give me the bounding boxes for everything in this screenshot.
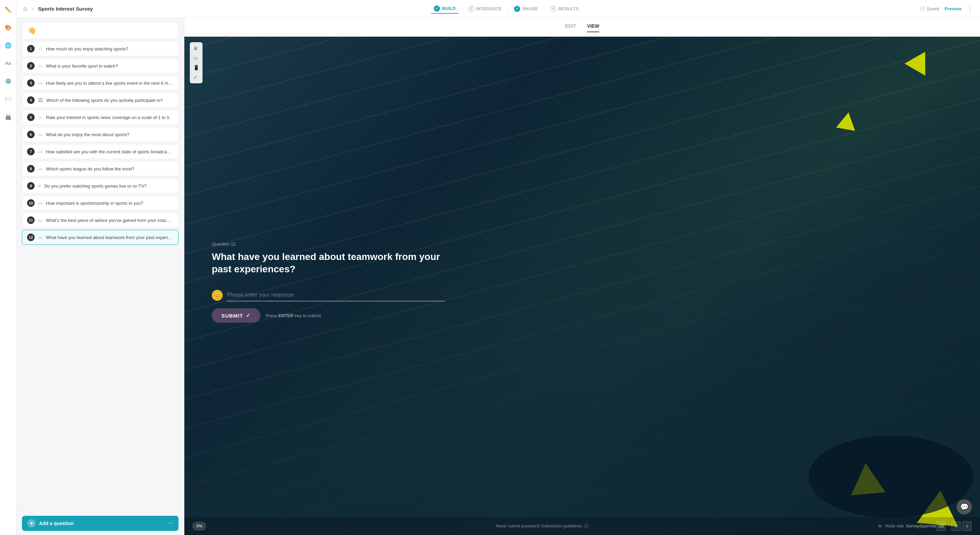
- build-step-icon: ✓: [434, 5, 440, 12]
- welcome-card[interactable]: 👋: [22, 22, 178, 39]
- device-toolbar: 🖥 ▭ 📱 ⤢: [190, 42, 202, 83]
- device-desktop-button[interactable]: 🖥: [192, 45, 200, 52]
- welcome-emoji: 👋: [28, 26, 36, 35]
- survey-title: Sports Interest Survey: [38, 6, 93, 12]
- submit-button[interactable]: SUBMIT ✓: [212, 308, 261, 323]
- sidebar-icon-settings[interactable]: ⚙️: [3, 75, 14, 86]
- content-area: 👋 1 ☆ How much do you enjoy watching spo…: [16, 18, 980, 535]
- enter-key: ENTER: [278, 313, 293, 318]
- device-mobile-button[interactable]: 📱: [192, 64, 200, 71]
- q-text-1: How much do you enjoy watching sports?: [46, 46, 173, 51]
- survey-bottom-bar: 0% Never submit password! Submission gui…: [185, 517, 980, 535]
- question-item-11[interactable]: 11 ▭ What's the best piece of advice you…: [22, 212, 178, 228]
- nav-actions: 📄 Saved Preview ⋮: [920, 5, 973, 13]
- question-item-3[interactable]: 3 ▭ How likely are you to attend a live …: [22, 75, 178, 91]
- q-type-icon-3: ▭: [38, 80, 43, 86]
- q-text-12: What have you learned about teamwork fro…: [46, 235, 173, 240]
- q-type-icon-2: ▭: [38, 63, 43, 69]
- device-tablet-button[interactable]: ▭: [192, 54, 200, 62]
- brand-sparrow-icon: 🐦: [878, 524, 883, 529]
- question-item-6[interactable]: 6 ▭ What do you enjoy the most about spo…: [22, 127, 178, 142]
- question-item-1[interactable]: 1 ☆ How much do you enjoy watching sport…: [22, 41, 178, 56]
- preview-button[interactable]: Preview: [945, 6, 961, 11]
- sidebar-icon-paint[interactable]: 🎨: [3, 22, 14, 33]
- question-item-4[interactable]: 4 🖼 Which of the following sports do you…: [22, 93, 178, 108]
- add-question-button[interactable]: + Add a question ⋯: [22, 516, 178, 531]
- q-num-1: 1: [27, 45, 35, 53]
- q-type-icon-7: ▭: [38, 149, 43, 154]
- question-item-9[interactable]: 9 ≡ Do you prefer watching sports games …: [22, 178, 178, 193]
- nav-arrow-3: ›: [543, 6, 544, 11]
- sidebar-icon-edit[interactable]: ✏️: [3, 4, 14, 15]
- nav-step-integrate[interactable]: 2 INTEGRATE: [465, 5, 504, 13]
- q-type-icon-5: ☆: [38, 115, 43, 120]
- nav-down-button[interactable]: ∨: [962, 521, 972, 531]
- questions-panel: 👋 1 ☆ How much do you enjoy watching spo…: [16, 18, 185, 535]
- left-sidebar: ✏️ 🎨 🌐 Aa ⚙️ ✉️ 🖨️: [0, 0, 16, 535]
- q-num-2: 2: [27, 62, 35, 70]
- add-question-dots[interactable]: ⋯: [168, 521, 173, 526]
- nav-step-results[interactable]: 4 RESULTS: [547, 5, 581, 13]
- q-type-icon-1: ☆: [38, 46, 43, 51]
- sidebar-icon-print[interactable]: 🖨️: [3, 111, 14, 122]
- nav-arrow-1: ›: [461, 6, 463, 11]
- q-text-3: How likely are you to attend a live spor…: [46, 81, 173, 86]
- q-num-12: 12: [27, 233, 35, 241]
- question-item-2[interactable]: 2 ▭ What is your favorite sport to watch…: [22, 58, 178, 73]
- share-step-label: SHARE: [522, 6, 538, 11]
- enter-hint: Press ENTER key to submit: [266, 313, 321, 318]
- q-num-11: 11: [27, 216, 35, 224]
- more-options-button[interactable]: ⋮: [967, 5, 973, 13]
- response-input[interactable]: [227, 289, 445, 302]
- tab-edit[interactable]: EDIT: [565, 22, 576, 32]
- nav-steps: ✓ BUILD › 2 INTEGRATE › ✓ SHARE › 4 RESU…: [97, 4, 916, 14]
- nav-arrow-2: ›: [507, 6, 509, 11]
- q-type-icon-6: ▭: [38, 132, 43, 137]
- q-num-8: 8: [27, 165, 35, 172]
- results-step-label: RESULTS: [558, 6, 579, 11]
- q-type-icon-9: ≡: [38, 183, 41, 188]
- question-item-12[interactable]: 12 ▭ What have you learned about teamwor…: [22, 230, 178, 245]
- brand-name: SurveySparrow: [906, 524, 936, 529]
- q-type-icon-11: ▭: [38, 217, 43, 223]
- user-avatar: 😊: [212, 290, 223, 301]
- keyboard-icon-button[interactable]: ⌨: [936, 521, 946, 531]
- home-icon[interactable]: ⌂: [23, 5, 27, 12]
- question-item-7[interactable]: 7 ▭ How satisfied are you with the curre…: [22, 144, 178, 159]
- chat-bubble-button[interactable]: 💬: [957, 499, 972, 514]
- question-item-5[interactable]: 5 ☆ Rate your interest in sports news co…: [22, 110, 178, 125]
- submit-row: SUBMIT ✓ Press ENTER key to submit: [212, 308, 445, 323]
- question-label: Question 12: [212, 241, 953, 247]
- q-num-4: 4: [27, 96, 35, 104]
- q-text-4: Which of the following sports do you act…: [46, 98, 173, 103]
- info-icon: ⓘ: [584, 523, 589, 529]
- add-question-label: Add a question: [39, 521, 74, 526]
- integrate-step-label: INTEGRATE: [476, 6, 502, 11]
- integrate-step-num: 2: [468, 6, 474, 12]
- nav-up-button[interactable]: ∧: [951, 521, 961, 531]
- question-item-10[interactable]: 10 ▭ How important is sportsmanship in s…: [22, 195, 178, 211]
- submit-label: SUBMIT: [221, 313, 243, 319]
- top-nav: ⌂ > Sports Interest Survey ✓ BUILD › 2 I…: [16, 0, 980, 18]
- sidebar-icon-globe[interactable]: 🌐: [3, 40, 14, 51]
- device-expand-button[interactable]: ⤢: [192, 73, 200, 81]
- add-question-plus-icon: +: [27, 519, 36, 527]
- questions-list: 👋 1 ☆ How much do you enjoy watching spo…: [16, 18, 184, 511]
- q-num-7: 7: [27, 148, 35, 155]
- tab-view[interactable]: VIEW: [587, 22, 599, 32]
- q-text-7: How satisfied are you with the current s…: [46, 149, 173, 154]
- question-item-8[interactable]: 8 ▭ Which sports league do you follow th…: [22, 161, 178, 176]
- sidebar-icon-font[interactable]: Aa: [3, 57, 14, 69]
- q-type-icon-8: ▭: [38, 166, 43, 171]
- brand-made-with: Made with: [885, 524, 904, 529]
- q-text-11: What's the best piece of advice you've g…: [46, 218, 173, 223]
- preview-tabs: EDIT VIEW: [185, 18, 980, 37]
- q-text-9: Do you prefer watching sports games live…: [44, 184, 173, 188]
- nav-step-build[interactable]: ✓ BUILD: [431, 4, 458, 14]
- sidebar-icon-mail[interactable]: ✉️: [3, 93, 14, 104]
- q-num-9: 9: [27, 182, 35, 190]
- q-text-10: How important is sportsmanship in sports…: [46, 201, 173, 206]
- nav-arrows: ∧ ∨: [951, 521, 972, 531]
- nav-step-share[interactable]: ✓ SHARE: [511, 5, 541, 13]
- breadcrumb-sep: >: [31, 6, 34, 12]
